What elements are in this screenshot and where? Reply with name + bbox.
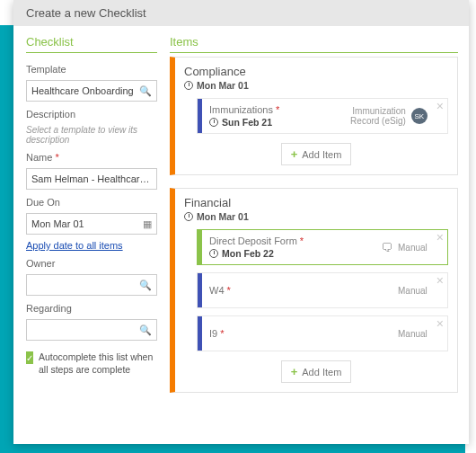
item-meta: Manual [398, 243, 428, 253]
due-value: Mon Mar 01 [31, 218, 143, 229]
item-name: W4 * [209, 285, 385, 296]
panel-title: Create a new Checklist [26, 6, 146, 20]
item-side: Manual [392, 316, 433, 351]
item-meta: Manual [398, 329, 428, 339]
checklist-section-title: Checklist [26, 35, 157, 53]
plus-icon: + [291, 366, 298, 378]
group-title: Financial [184, 196, 448, 209]
name-input[interactable]: Sam Helman - Healthcare Onbo... [26, 168, 157, 190]
checklist-item[interactable]: Direct Deposit Form *Mon Feb 22🗨Manual× [197, 229, 448, 265]
remove-item-button[interactable]: × [433, 99, 447, 133]
autocomplete-label: Autocomplete this list when all steps ar… [39, 351, 157, 376]
remove-item-button[interactable]: × [433, 273, 447, 307]
item-side: ImmunizationRecord (eSig)SK [345, 99, 433, 133]
item-side: Manual [392, 273, 433, 307]
owner-label: Owner [26, 258, 157, 269]
search-icon: 🔍 [139, 324, 152, 336]
group-date: Mon Mar 01 [184, 80, 448, 91]
item-group: ComplianceMon Mar 01Immunizations *Sun F… [170, 57, 458, 175]
checklist-item[interactable]: Immunizations *Sun Feb 21ImmunizationRec… [197, 98, 448, 134]
checklist-item[interactable]: W4 *Manual× [197, 272, 448, 308]
plus-icon: + [291, 148, 298, 160]
regarding-label: Regarding [26, 303, 157, 314]
panel-header: Create a new Checklist [13, 0, 469, 26]
template-label: Template [26, 64, 157, 75]
autocomplete-checkbox[interactable]: ✓ [26, 351, 33, 364]
add-item-button[interactable]: +Add Item [281, 360, 352, 383]
comment-icon[interactable]: 🗨 [381, 241, 392, 254]
items-section-title: Items [170, 35, 458, 53]
item-name: Direct Deposit Form * [209, 235, 368, 246]
remove-item-button[interactable]: × [433, 316, 447, 351]
owner-input[interactable]: 🔍 [26, 274, 157, 296]
calendar-icon: ▦ [143, 218, 152, 230]
clock-icon [184, 81, 193, 90]
name-value: Sam Helman - Healthcare Onbo... [31, 173, 152, 184]
items-pane: Items ComplianceMon Mar 01Immunizations … [166, 26, 469, 444]
item-date: Sun Feb 21 [209, 117, 338, 128]
checklist-panel: Create a new Checklist Checklist Templat… [13, 0, 469, 444]
description-help: Select a template to view its descriptio… [26, 125, 157, 145]
item-body: I9 * [202, 316, 392, 351]
item-meta: ImmunizationRecord (eSig) [350, 106, 406, 126]
search-icon: 🔍 [139, 280, 152, 291]
item-name: I9 * [209, 328, 385, 339]
clock-icon [209, 118, 218, 127]
group-title: Compliance [184, 65, 448, 78]
add-item-button[interactable]: +Add Item [281, 143, 352, 165]
clock-icon [184, 212, 193, 221]
regarding-input[interactable]: 🔍 [26, 319, 157, 341]
group-date: Mon Mar 01 [184, 211, 448, 222]
item-date: Mon Feb 22 [209, 248, 368, 259]
due-input[interactable]: Mon Mar 01 ▦ [26, 213, 157, 235]
checklist-form: Checklist Template Healthcare Onboarding… [13, 26, 166, 444]
item-group: FinancialMon Mar 01Direct Deposit Form *… [170, 188, 458, 393]
due-label: Due On [26, 197, 157, 208]
search-icon: 🔍 [139, 85, 152, 97]
name-label: Name [26, 152, 157, 163]
avatar[interactable]: SK [411, 108, 428, 124]
item-name: Immunizations * [209, 104, 338, 115]
item-side: 🗨Manual [375, 230, 433, 264]
clock-icon [209, 249, 218, 258]
template-input[interactable]: Healthcare Onboarding 🔍 [26, 80, 157, 102]
item-meta: Manual [398, 286, 428, 296]
item-body: Immunizations *Sun Feb 21 [202, 99, 345, 133]
apply-date-link[interactable]: Apply date to all items [26, 240, 157, 251]
template-value: Healthcare Onboarding [31, 85, 139, 96]
description-label: Description [26, 109, 157, 120]
item-body: W4 * [202, 273, 392, 307]
item-body: Direct Deposit Form *Mon Feb 22 [202, 230, 375, 264]
checklist-item[interactable]: I9 *Manual× [197, 315, 448, 351]
remove-item-button[interactable]: × [433, 230, 447, 264]
